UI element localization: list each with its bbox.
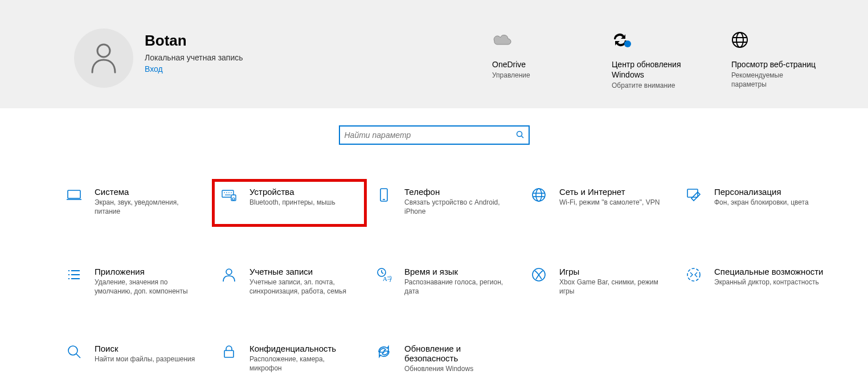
svg-line-34 [382, 272, 383, 274]
category-time-language[interactable]: A字 Время и языкРаспознавание голоса, рег… [367, 259, 522, 304]
tile-title: Игры [559, 267, 671, 276]
tile-title: Телефон [404, 187, 516, 197]
sync-alert-icon [612, 31, 632, 48]
lock-icon [221, 344, 237, 360]
quick-sub: Рекомендуемые параметры [731, 71, 817, 89]
category-devices[interactable]: УстройстваBluetooth, принтеры, мышь [212, 179, 367, 227]
category-privacy[interactable]: КонфиденциальностьРасположение, камера, … [212, 336, 367, 379]
category-update-security[interactable]: Обновление и безопасностьОбновления Wind… [367, 336, 522, 379]
tile-sub: Фон, экран блокировки, цвета [714, 198, 822, 207]
avatar[interactable] [74, 28, 133, 88]
search-input[interactable] [345, 131, 516, 140]
category-search[interactable]: ПоискНайти мои файлы, разрешения [57, 336, 212, 379]
cloud-icon [492, 33, 513, 47]
search-row [0, 125, 868, 145]
svg-point-21 [536, 189, 542, 201]
svg-point-31 [226, 269, 232, 275]
tile-sub: Связать устройство с Android, iPhone [404, 198, 513, 216]
apps-list-icon [66, 267, 82, 283]
svg-rect-8 [68, 190, 80, 198]
svg-point-20 [533, 189, 545, 201]
category-accounts[interactable]: Учетные записиУчетные записи, эл. почта,… [212, 259, 367, 304]
svg-point-0 [97, 44, 110, 57]
tile-sub: Экран, звук, уведомления, питание [95, 198, 203, 216]
category-ease-of-access[interactable]: Специальные возможностиЭкранный диктор, … [677, 259, 832, 304]
tile-title: Сеть и Интернет [559, 187, 671, 197]
quick-title: OneDrive [492, 59, 578, 70]
search-icon [66, 344, 82, 360]
category-system[interactable]: СистемаЭкран, звук, уведомления, питание [57, 179, 212, 227]
tile-title: Приложения [95, 267, 206, 276]
ease-of-access-icon [686, 267, 702, 283]
account-type-label: Локальная учетная запись [145, 53, 243, 62]
svg-point-38 [68, 346, 77, 355]
category-gaming[interactable]: ИгрыXbox Game Bar, снимки, режим игры [522, 259, 677, 304]
quick-windows-update[interactable]: Центр обновления Windows Обратите вниман… [612, 28, 697, 108]
tile-title: Специальные возможности [714, 267, 826, 276]
xbox-icon [531, 267, 547, 283]
svg-point-6 [517, 131, 522, 136]
user-name: Botan [145, 32, 243, 50]
svg-point-1 [624, 40, 631, 47]
tile-title: Система [95, 187, 206, 197]
keyboard-icon [221, 187, 237, 203]
quick-title: Центр обновления Windows [612, 59, 697, 80]
category-personalization[interactable]: ПерсонализацияФон, экран блокировки, цве… [677, 179, 832, 227]
quick-web-browsing[interactable]: Просмотр веб-страниц Рекомендуемые парам… [731, 28, 817, 108]
signin-link[interactable]: Вход [145, 64, 243, 74]
user-block: Botan Локальная учетная запись Вход [74, 28, 243, 108]
laptop-icon [66, 187, 82, 203]
tile-sub: Bluetooth, принтеры, мышь [249, 198, 358, 207]
svg-line-39 [76, 354, 80, 358]
tile-title: Время и язык [404, 267, 516, 276]
header-panel: Botan Локальная учетная запись Вход OneD… [0, 0, 868, 108]
tile-title: Конфиденциальность [249, 344, 361, 353]
quick-tiles: OneDrive Управление Центр обновления Win… [492, 28, 817, 108]
svg-line-7 [521, 136, 523, 138]
search-box[interactable] [339, 125, 530, 145]
categories-grid: СистемаЭкран, звук, уведомления, питание… [0, 145, 868, 379]
tile-title: Устройства [249, 187, 361, 197]
tile-sub: Расположение, камера, микрофон [249, 354, 358, 373]
tile-sub: Wi-Fi, режим "в самолете", VPN [559, 198, 668, 207]
quick-sub: Обратите внимание [612, 81, 697, 90]
quick-onedrive[interactable]: OneDrive Управление [492, 28, 578, 108]
tile-title: Поиск [95, 344, 206, 353]
paint-icon [686, 187, 702, 203]
globe-icon [731, 31, 748, 48]
time-language-icon: A字 [376, 267, 392, 283]
svg-point-3 [736, 32, 743, 47]
tile-sub: Найти мои файлы, разрешения [95, 354, 203, 364]
tile-title: Персонализация [714, 187, 826, 197]
svg-text:A字: A字 [383, 275, 392, 282]
tile-title: Обновление и безопасность [404, 344, 516, 363]
svg-rect-40 [224, 351, 234, 357]
tile-sub: Удаление, значения по умолчанию, доп. ко… [95, 278, 203, 296]
phone-icon [376, 187, 392, 203]
category-apps[interactable]: ПриложенияУдаление, значения по умолчани… [57, 259, 212, 304]
tile-sub: Экранный диктор, контрастность [714, 278, 822, 287]
svg-point-37 [687, 268, 700, 281]
globe-icon [531, 187, 547, 203]
tile-sub: Распознавание голоса, регион, дата [404, 278, 513, 296]
person-icon [221, 267, 237, 283]
quick-sub: Управление [492, 71, 578, 80]
tile-sub: Учетные записи, эл. почта, синхронизация… [249, 278, 358, 296]
tile-sub: Обновления Windows [404, 364, 513, 373]
sync-icon [376, 344, 392, 360]
tile-title: Учетные записи [249, 267, 361, 276]
search-icon[interactable] [516, 131, 524, 140]
tile-sub: Xbox Game Bar, снимки, режим игры [559, 278, 668, 296]
quick-title: Просмотр веб-страниц [731, 59, 817, 70]
category-phone[interactable]: ТелефонСвязать устройство с Android, iPh… [367, 179, 522, 227]
svg-point-2 [732, 32, 747, 47]
person-icon [90, 43, 117, 74]
category-network[interactable]: Сеть и ИнтернетWi-Fi, режим "в самолете"… [522, 179, 677, 227]
